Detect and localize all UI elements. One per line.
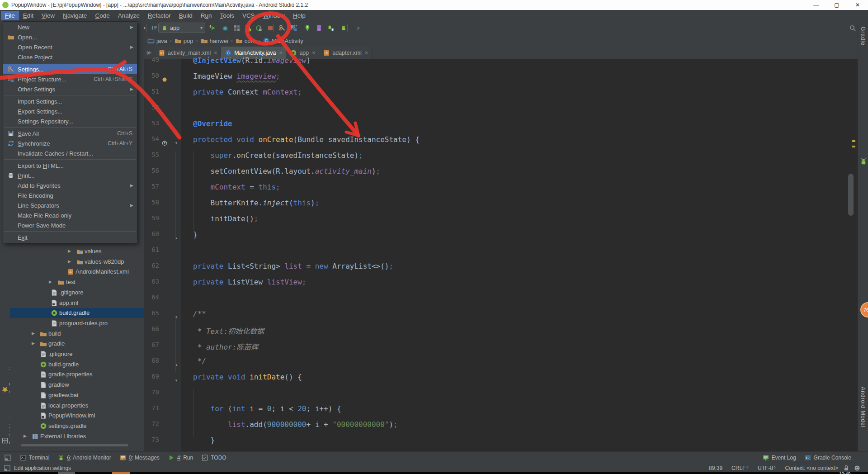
tree-item-values[interactable]: ▶values <box>10 246 144 256</box>
sdk-download-button[interactable] <box>326 23 336 33</box>
stripe-tab-android-model[interactable]: Android Model <box>860 387 866 427</box>
error-stripe-mark[interactable] <box>852 140 855 142</box>
close-icon[interactable]: × <box>312 50 315 56</box>
tree-item-gradlew[interactable]: gradlew <box>10 380 144 390</box>
tree-expand-arrow[interactable]: ▶ <box>68 249 71 253</box>
line-number[interactable]: 58 <box>144 199 159 214</box>
breadcrumb-hanwei[interactable]: hanwei <box>199 37 230 44</box>
stop-button[interactable] <box>265 23 276 33</box>
editor-code-area[interactable]: 49@InjectView(R.id.imageview)50ImageView… <box>144 56 858 451</box>
file-menu-item-export-settings[interactable]: Export Settings... <box>3 106 137 116</box>
line-number[interactable]: 68 <box>144 357 159 373</box>
tree-item-proguard-rules-pro[interactable]: proguard-rules.pro <box>10 318 144 328</box>
tree-item-gradle-properties[interactable]: gradle.properties <box>10 370 144 379</box>
line-number[interactable]: 62 <box>144 262 159 278</box>
line-number[interactable]: 72 <box>144 420 159 436</box>
line-number[interactable]: 60 <box>144 230 159 246</box>
breadcrumb-java[interactable]: java <box>146 37 169 44</box>
line-number[interactable]: 61 <box>144 246 159 262</box>
tree-item-gradlew-bat[interactable]: gradlew.bat <box>10 390 144 400</box>
search-button[interactable] <box>847 23 858 33</box>
toolwindow-event-log[interactable]: Event Log <box>758 452 800 463</box>
fold-marker[interactable]: ▾ <box>173 135 180 151</box>
tool-window-switcher[interactable] <box>0 452 15 463</box>
minimize-button[interactable]: — <box>806 0 826 10</box>
file-menu-item-new[interactable]: New▶ <box>3 22 137 32</box>
tree-item-gitignore[interactable]: .gitignore <box>10 349 144 359</box>
menu-file[interactable]: File <box>1 11 19 20</box>
file-menu-item-invalidate-caches-restart[interactable]: Invalidate Caches / Restart... <box>3 148 137 158</box>
file-menu-item-add-to-favorites[interactable]: Add to Favorites▶ <box>3 180 137 190</box>
line-number[interactable]: 51 <box>144 88 159 104</box>
inspection-profile-icon[interactable] <box>854 465 861 472</box>
file-menu-item-import-settings[interactable]: Import Settings... <box>3 96 137 106</box>
menu-view[interactable]: View <box>38 11 59 20</box>
tree-item-external-libraries[interactable]: ▶External Libraries <box>10 431 144 441</box>
file-menu-item-line-separators[interactable]: Line Separators▶ <box>3 200 137 210</box>
fold-marker[interactable]: ▴ <box>173 230 180 246</box>
file-menu-item-make-file-read-only[interactable]: Make File Read-only <box>3 210 137 220</box>
file-menu-item-open[interactable]: Open... <box>3 32 137 42</box>
run-button[interactable] <box>207 23 218 33</box>
close-icon[interactable]: × <box>365 50 368 56</box>
file-menu-item-file-encoding[interactable]: File Encoding <box>3 190 137 200</box>
line-number[interactable]: 59 <box>144 214 159 230</box>
file-menu-item-close-project[interactable]: Close Project <box>3 52 137 62</box>
file-menu-item-print[interactable]: Print... <box>3 171 137 180</box>
project-structure-button[interactable] <box>288 23 299 33</box>
close-button[interactable]: ✕ <box>847 0 868 10</box>
sdk-manager-button[interactable] <box>314 23 325 33</box>
override-marker-icon[interactable] <box>161 139 168 147</box>
menu-code[interactable]: Code <box>91 11 113 20</box>
fold-marker[interactable]: ▾ <box>173 373 180 389</box>
tree-expand-arrow[interactable]: ▶ <box>32 331 35 336</box>
avd-manager-button[interactable] <box>302 23 313 33</box>
attach-debugger-button[interactable] <box>242 23 253 33</box>
menu-refactor[interactable]: Refactor <box>144 11 175 20</box>
run-config-combo[interactable]: app▾ <box>158 23 205 33</box>
file-menu-item-other-settings[interactable]: Other Settings▶ <box>3 84 137 94</box>
tree-item-test[interactable]: ▶test <box>10 277 144 287</box>
gutter-dot-icon[interactable] <box>161 76 168 83</box>
file-menu-item-export-to-html[interactable]: Export to HTML... <box>3 161 137 171</box>
menu-vcs[interactable]: VCS <box>238 11 259 20</box>
line-number[interactable]: 67 <box>144 341 159 357</box>
caret-position[interactable]: 89:39 <box>709 465 722 471</box>
tree-hscrollbar[interactable] <box>21 444 128 446</box>
line-number[interactable]: 70 <box>144 389 159 404</box>
tree-item-settings-gradle[interactable]: settings.gradle <box>10 421 144 431</box>
stripe-tab-gradle[interactable]: Gradle <box>860 27 866 46</box>
tree-item-build-gradle-selected[interactable]: build.gradle <box>10 308 144 318</box>
tree-item-build[interactable]: ▶build <box>10 329 144 339</box>
tree-expand-arrow[interactable]: ▶ <box>32 341 35 346</box>
line-separator-indicator[interactable]: CRLF÷ <box>731 465 749 471</box>
fold-marker[interactable]: ▾ <box>173 309 180 325</box>
tree-item-popupwindow-iml[interactable]: PopupWindow.iml <box>10 411 144 421</box>
tree-item-gradle[interactable]: ▶gradle <box>10 339 144 349</box>
tree-item-gitignore[interactable]: .gitignore <box>10 288 144 298</box>
maximize-button[interactable]: ▢ <box>826 0 847 10</box>
line-number[interactable]: 64 <box>144 294 159 309</box>
menu-window[interactable]: Window <box>259 11 289 20</box>
close-icon[interactable]: × <box>214 50 217 56</box>
lock-icon[interactable] <box>843 465 850 472</box>
tree-expand-arrow[interactable]: ▶ <box>24 434 27 438</box>
file-menu-item-save-all[interactable]: Save AllCtrl+S <box>3 128 137 138</box>
sync-project-button[interactable] <box>253 23 264 33</box>
breadcrumb-mainactivity[interactable]: CMainActivity <box>261 37 305 44</box>
breadcrumb-pop[interactable]: pop <box>173 37 195 44</box>
toolwindow-terminal[interactable]: Terminal <box>15 452 53 463</box>
close-icon[interactable]: × <box>279 50 282 56</box>
tree-item-values-w820dp[interactable]: ▶values-w820dp <box>10 257 144 267</box>
file-menu-item-project-structure[interactable]: Project Structure...Ctrl+Alt+Shift+S <box>3 74 137 84</box>
toolwindow-4-run[interactable]: 4: Run <box>164 452 197 463</box>
toolwindow-6-android-monitor[interactable]: 6: Android Monitor <box>53 452 115 463</box>
menu-analyze[interactable]: Analyze <box>114 11 144 20</box>
file-menu-item-exit[interactable]: Exit <box>3 232 137 242</box>
toolwindow-todo[interactable]: TODO <box>197 452 230 463</box>
line-number[interactable]: 69 <box>144 373 159 389</box>
file-menu-item-open-recent[interactable]: Open Recent▶ <box>3 42 137 52</box>
tree-item-app-iml[interactable]: app.iml <box>10 298 144 308</box>
line-number[interactable]: 49 <box>144 56 159 72</box>
coverage-button[interactable] <box>231 23 242 33</box>
